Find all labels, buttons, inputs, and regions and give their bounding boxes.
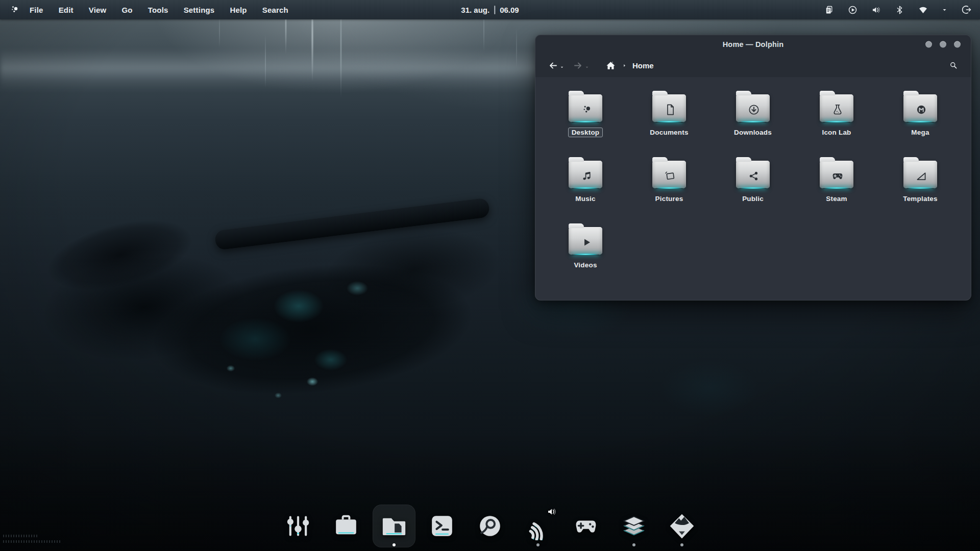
window-header: Home — Dolphin (535, 35, 971, 77)
clock[interactable]: 31. aug. 06.09 (461, 6, 519, 14)
dock-item-inkscape[interactable] (667, 511, 697, 546)
back-button[interactable] (548, 60, 565, 71)
folder-label: Public (739, 194, 767, 204)
home-button[interactable] (605, 60, 617, 71)
bluetooth-icon (894, 5, 905, 15)
folder-icon (903, 94, 937, 122)
folder-icon (820, 161, 853, 188)
dock-item-games[interactable] (571, 511, 601, 546)
play-icon (579, 236, 593, 249)
forward-arrow-icon (573, 60, 583, 71)
dock-item-layers[interactable] (619, 511, 649, 546)
breadcrumb-location[interactable]: Home (632, 61, 654, 70)
toolbar: Home (535, 54, 971, 77)
folder-grid: Desktop Documents Downloads Icon Lab Meg… (535, 77, 971, 289)
folder-item-desktop[interactable]: Desktop (547, 90, 624, 157)
folder-item-pictures[interactable]: Pictures (631, 157, 707, 223)
home-icon (605, 60, 617, 71)
tray-tray-expander[interactable] (941, 7, 948, 13)
dock-item-file-manager[interactable] (379, 511, 409, 546)
folder-docs-icon (380, 512, 408, 540)
folder-icon (569, 94, 602, 122)
folder-label: Videos (570, 260, 600, 270)
window-buttons (925, 41, 961, 48)
folder-label: Pictures (652, 194, 687, 204)
terminal-icon (428, 512, 456, 540)
folder-icon (736, 94, 770, 122)
folder-label: Templates (899, 194, 941, 204)
document-icon (663, 103, 677, 117)
menu-search[interactable]: Search (262, 6, 288, 14)
sliders-icon (284, 512, 312, 540)
gamepad-icon (830, 169, 844, 183)
dock-item-tweaks[interactable] (283, 511, 313, 546)
search-button[interactable] (948, 60, 959, 70)
tray-network[interactable] (918, 5, 928, 15)
tray-clipboard[interactable] (824, 5, 835, 15)
gamepad-dock-icon (572, 512, 600, 540)
menu-settings[interactable]: Settings (184, 6, 215, 14)
folder-item-steam[interactable]: Steam (798, 157, 875, 223)
folder-label: Icon Lab (818, 128, 854, 137)
volume-icon (546, 506, 557, 517)
tray-volume[interactable] (871, 5, 881, 15)
menu-view[interactable]: View (89, 6, 107, 14)
folder-icon (820, 94, 853, 122)
folder-item-icon-lab[interactable]: Icon Lab (798, 90, 875, 157)
dolphin-window: Home — Dolphin (535, 35, 971, 300)
tray-bluetooth[interactable] (894, 5, 905, 15)
back-history-caret-icon (559, 65, 565, 70)
breadcrumb: Home (605, 60, 654, 71)
clock-time: 06.09 (500, 6, 519, 14)
window-button-maximize[interactable] (940, 41, 946, 48)
ruler-icon (914, 169, 928, 183)
running-indicator (536, 543, 540, 546)
app-logo-icon[interactable] (8, 4, 20, 16)
folder-item-downloads[interactable]: Downloads (715, 90, 791, 157)
play-circle-icon (847, 5, 858, 15)
window-title: Home — Dolphin (723, 40, 784, 48)
titlebar[interactable]: Home — Dolphin (535, 35, 971, 54)
folder-item-documents[interactable]: Documents (631, 90, 707, 157)
window-button-minimize[interactable] (925, 41, 932, 48)
window-button-close[interactable] (954, 41, 961, 48)
caret-down-icon (941, 7, 948, 13)
clock-date: 31. aug. (461, 6, 489, 14)
dots-icon (579, 103, 593, 117)
forward-button[interactable] (573, 60, 590, 71)
folder-icon (569, 227, 602, 255)
folder-item-templates[interactable]: Templates (882, 157, 959, 223)
menu-file[interactable]: File (30, 6, 43, 14)
dock-item-browser[interactable] (475, 511, 505, 546)
mega-icon (914, 103, 928, 117)
menu-tools[interactable]: Tools (148, 6, 168, 14)
folder-icon (736, 161, 770, 188)
briefcase-icon (332, 512, 360, 540)
inkscape-icon (668, 512, 696, 540)
power-icon (961, 4, 972, 15)
menu-go[interactable]: Go (122, 6, 133, 14)
dock-item-audio[interactable] (523, 511, 553, 546)
folder-label: Desktop (568, 128, 603, 137)
back-arrow-icon (548, 60, 558, 71)
running-indicator (680, 543, 683, 546)
picture-icon (663, 169, 677, 183)
menu-help[interactable]: Help (230, 6, 247, 14)
chrome-icon (476, 512, 504, 540)
clipboard-icon (824, 5, 835, 15)
folder-label: Mega (908, 128, 933, 137)
folder-item-mega[interactable]: Mega (882, 90, 959, 157)
menu-edit[interactable]: Edit (59, 6, 74, 14)
dock-item-terminal[interactable] (427, 511, 457, 546)
layers-icon (620, 512, 648, 540)
wallpaper-watermark (3, 532, 64, 543)
tray-media-player[interactable] (847, 5, 858, 15)
folder-item-public[interactable]: Public (715, 157, 791, 223)
folder-item-videos[interactable]: Videos (547, 223, 624, 289)
dock-item-briefcase[interactable] (331, 511, 361, 546)
folder-icon (903, 161, 937, 188)
menu-list: FileEditViewGoToolsSettingsHelpSearch (30, 6, 288, 14)
tray-power[interactable] (961, 4, 972, 15)
folder-label: Steam (822, 194, 851, 204)
folder-item-music[interactable]: Music (547, 157, 624, 223)
